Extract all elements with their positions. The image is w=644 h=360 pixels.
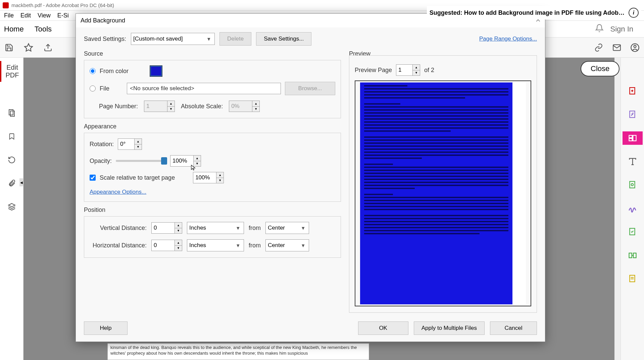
vdist-spinbox[interactable]: ▲▼ [151, 222, 182, 234]
slider-thumb[interactable] [161, 157, 167, 165]
browse-button: Browse... [285, 82, 335, 95]
vdist-anchor-dropdown[interactable]: Center▾ [265, 222, 309, 234]
help-button[interactable]: Help [84, 321, 128, 335]
bookmark-icon[interactable] [7, 131, 17, 141]
opacity-slider[interactable] [116, 160, 166, 162]
appearance-fieldset: Rotation: ▲▼ Opacity: [84, 133, 341, 202]
file-radio[interactable] [90, 85, 96, 92]
file-path-input[interactable]: <No source file selected> [127, 83, 281, 94]
right-tools-strip: Close [621, 58, 644, 360]
ok-button[interactable]: OK [358, 321, 408, 335]
rotation-spinbox[interactable]: ▲▼ [118, 138, 142, 150]
spin-down-icon[interactable]: ▼ [413, 70, 420, 76]
svg-marker-7 [8, 203, 15, 207]
saved-settings-label: Saved Settings: [84, 36, 126, 43]
close-panel-button[interactable]: Close [581, 61, 620, 76]
hdist-anchor-dropdown[interactable]: Center▾ [265, 239, 309, 251]
preview-page-spinbox[interactable]: ▲▼ [396, 64, 420, 76]
undo-icon[interactable] [7, 155, 17, 165]
spin-up-icon[interactable]: ▲ [135, 139, 142, 144]
suggested-banner: Suggested: How to add Background image i… [427, 6, 641, 19]
svg-rect-22 [633, 253, 636, 258]
link-icon[interactable] [594, 43, 604, 53]
sign-in-link[interactable]: Sign In [610, 25, 634, 34]
vertical-scrollbar[interactable] [614, 58, 621, 360]
pages-icon[interactable] [7, 108, 17, 118]
scale-relative-checkbox[interactable] [90, 175, 96, 181]
compress-icon[interactable] [626, 249, 639, 262]
protect-icon[interactable] [626, 225, 639, 239]
from-color-radio[interactable] [90, 68, 96, 74]
upload-icon[interactable] [43, 43, 53, 53]
menu-edit[interactable]: Edit [20, 12, 31, 19]
export-pdf-icon[interactable] [626, 108, 639, 121]
tab-home[interactable]: Home [4, 25, 24, 34]
save-icon[interactable] [4, 43, 14, 53]
scale-input[interactable] [193, 172, 216, 183]
info-icon[interactable]: i [629, 8, 639, 18]
edit-pdf-icon[interactable] [623, 131, 643, 145]
hdist-spinbox[interactable]: ▲▼ [151, 240, 182, 251]
scale-spinbox[interactable]: ▲▼ [193, 172, 224, 183]
spin-down-icon[interactable]: ▼ [135, 144, 142, 150]
spin-up-icon[interactable]: ▲ [175, 240, 182, 246]
menu-file[interactable]: File [4, 12, 14, 19]
spin-up-icon[interactable]: ▲ [216, 172, 224, 178]
account-icon[interactable] [630, 43, 640, 53]
spin-up-icon[interactable]: ▲ [175, 223, 182, 228]
sign-icon[interactable] [626, 202, 639, 215]
notifications-icon[interactable] [595, 24, 604, 35]
collapse-left-icon[interactable]: ◀ [19, 178, 23, 186]
absolute-scale-label: Absolute Scale: [181, 103, 223, 110]
star-icon[interactable] [23, 43, 34, 53]
tab-tools[interactable]: Tools [35, 25, 52, 34]
attachment-icon[interactable] [7, 178, 17, 188]
spin-up-icon[interactable]: ▲ [194, 156, 201, 161]
mail-icon[interactable] [612, 43, 622, 53]
spin-up-icon[interactable]: ▲ [413, 65, 420, 70]
preview-page-label: Preview Page [355, 67, 392, 74]
layers-icon[interactable] [7, 202, 17, 212]
svg-rect-21 [629, 253, 632, 258]
hdist-unit-dropdown[interactable]: Inches▾ [187, 239, 244, 251]
edit-pdf-panel-label[interactable]: Edit PDF [0, 61, 23, 82]
hdist-label: Horizontal Distance: [90, 242, 147, 249]
svg-rect-6 [10, 111, 14, 116]
create-pdf-icon[interactable] [626, 84, 639, 98]
from-label-v: from [249, 225, 261, 232]
vdist-unit-dropdown[interactable]: Inches▾ [187, 222, 244, 234]
color-swatch[interactable] [150, 66, 162, 76]
apply-multiple-button[interactable]: Apply to Multiple Files [414, 321, 485, 335]
page-range-options-link[interactable]: Page Range Options... [479, 36, 537, 42]
menu-esign[interactable]: E-Si [57, 12, 69, 19]
cancel-button[interactable]: Cancel [490, 321, 537, 335]
text-tool-icon[interactable] [626, 155, 639, 168]
chevron-down-icon: ▾ [234, 225, 242, 232]
delete-button: Delete [219, 32, 251, 46]
suggested-text: Suggested: How to add Background image i… [430, 9, 625, 16]
rotation-label: Rotation: [90, 141, 114, 148]
document-text-snippet: kinsman of the dead king. Banquo reveals… [107, 343, 369, 360]
save-settings-button[interactable]: Save Settings... [256, 32, 311, 46]
rotation-input[interactable] [118, 138, 135, 150]
vdist-input[interactable] [151, 222, 175, 234]
spin-down-icon[interactable]: ▼ [216, 178, 224, 183]
window-title: mackbeth.pdf - Adobe Acrobat Pro DC (64-… [11, 2, 114, 8]
chevron-down-icon: ▾ [234, 242, 242, 249]
appearance-options-link[interactable]: Appearance Options... [90, 189, 335, 195]
spin-down-icon: ▼ [167, 107, 175, 112]
spin-down-icon[interactable]: ▼ [175, 246, 182, 251]
opacity-spinbox[interactable]: ▲▼ [170, 155, 201, 167]
file-label: File [100, 85, 109, 92]
preview-canvas [355, 80, 531, 306]
preview-page-input[interactable] [396, 64, 413, 76]
hdist-input[interactable] [151, 240, 175, 251]
spin-up-icon: ▲ [167, 101, 175, 107]
redact-icon[interactable] [626, 272, 639, 286]
spin-down-icon[interactable]: ▼ [175, 228, 182, 234]
svg-marker-0 [24, 44, 32, 51]
scale-relative-label: Scale relative to target page [100, 174, 175, 181]
saved-settings-dropdown[interactable]: [Custom-not saved] ▾ [131, 33, 215, 45]
organize-icon[interactable] [626, 178, 639, 192]
menu-view[interactable]: View [38, 12, 51, 19]
